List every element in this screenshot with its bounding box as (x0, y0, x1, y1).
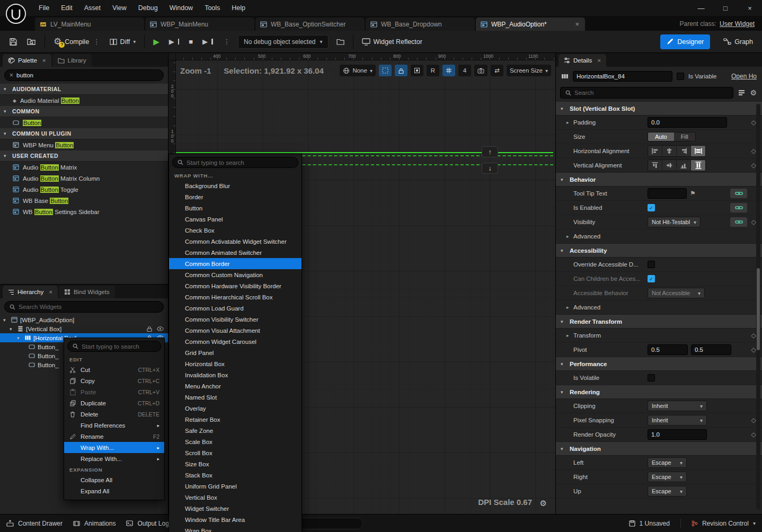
graph-mode-button[interactable]: Graph (720, 34, 757, 50)
details-settings-icon[interactable]: ⚙ (750, 88, 757, 97)
frame-skip-button[interactable]: ▶ (165, 34, 183, 50)
wrap-option[interactable]: Retainer Box (169, 414, 302, 425)
widget-name-input[interactable] (573, 71, 672, 82)
animations-button[interactable]: Animations (73, 520, 116, 527)
details-scrollbar-track[interactable] (756, 104, 760, 510)
stop-button[interactable]: ■ (185, 34, 197, 50)
section-slot[interactable]: ▾Slot (Vertical Box Slot) (556, 102, 762, 116)
section-behavior[interactable]: ▾Behavior (556, 173, 762, 187)
wrap-option[interactable]: Safe Zone (169, 425, 302, 436)
minimize-button[interactable]: — (689, 0, 713, 16)
context-menu-cut[interactable]: Cut CTRL+X (64, 364, 164, 375)
dpi-settings-icon[interactable]: ⚙ (540, 499, 547, 508)
section-rendering[interactable]: ▾Rendering (556, 385, 762, 399)
lock-icon[interactable] (147, 326, 152, 332)
wrap-option[interactable]: Size Box (169, 458, 302, 469)
marquee-select-button[interactable] (379, 65, 392, 76)
wrap-option[interactable]: Canvas Panel (169, 214, 302, 225)
valign-top-button[interactable] (648, 160, 662, 171)
compile-button[interactable]: ⚙? Compile ⋮ (50, 34, 104, 50)
tab-bind-widgets[interactable]: Bind Widgets (59, 286, 115, 298)
padding-input[interactable] (648, 117, 727, 128)
close-window-button[interactable]: × (738, 0, 762, 16)
output-log-button[interactable]: Output Log (126, 520, 169, 527)
menu-tools[interactable]: Tools (199, 0, 226, 16)
clear-search-icon[interactable]: × (10, 72, 13, 79)
wrap-option[interactable]: Common Visual Attachment (169, 325, 302, 336)
wrap-option[interactable]: Window Title Bar Area (169, 514, 302, 525)
screenshot-button[interactable] (474, 65, 488, 76)
wrap-option[interactable]: Overlay (169, 403, 302, 414)
size-fill-button[interactable]: Fill (674, 132, 695, 141)
context-menu-wrap-with[interactable]: Wrap With... ▸ (64, 442, 164, 453)
close-panel-icon[interactable]: × (597, 57, 601, 64)
context-menu-paste[interactable]: Paste CTRL+V (64, 386, 164, 397)
section-performance[interactable]: ▾Performance (556, 357, 762, 371)
localization-flag-icon[interactable]: ⚑ (690, 190, 696, 197)
hierarchy-row-root[interactable]: ▾ [WBP_AudioOption] (0, 315, 168, 324)
row-behavior-advanced[interactable]: ▸ Advanced (556, 229, 762, 244)
close-panel-icon[interactable]: × (42, 57, 46, 64)
halign-fill-button[interactable] (691, 146, 705, 156)
asset-tab-wb-base-dropdown[interactable]: WB_Base_Dropdown (366, 17, 475, 31)
valign-fill-button[interactable] (691, 160, 705, 171)
wrap-option[interactable]: Common Custom Navigation (169, 269, 302, 280)
asset-tab-wbp-mainmenu[interactable]: WBP_MainMenu (145, 17, 254, 31)
wrap-option[interactable]: Menu Anchor (169, 380, 302, 392)
wrap-option[interactable]: Common Widget Carousel (169, 336, 302, 347)
wrap-option[interactable]: Horizontal Box (169, 358, 302, 369)
wrap-option[interactable]: Wrap Box (169, 525, 302, 532)
compile-options-icon[interactable]: ⋮ (93, 38, 100, 46)
hierarchy-row-vertical-box[interactable]: ▾ [Vertical Box] (0, 324, 168, 333)
halign-center-button[interactable] (662, 146, 677, 156)
display-filter-icon[interactable] (738, 90, 745, 96)
wrap-option[interactable]: Uniform Grid Panel (169, 481, 302, 492)
nav-up-dropdown[interactable]: Escape ▾ (648, 486, 687, 496)
section-render-transform[interactable]: ▾Render Transform (556, 315, 762, 329)
wrap-option[interactable]: Grid Panel (169, 347, 302, 358)
wrap-option[interactable]: Widget Switcher (169, 503, 302, 514)
chevron-down-icon[interactable]: ▾ (10, 326, 15, 332)
chevron-down-icon[interactable]: ▾ (3, 317, 8, 323)
palette-section-common-ui-plugin[interactable]: ▾COMMON UI PLUGIN (0, 128, 168, 139)
context-menu-collapse-all[interactable]: Collapse All (64, 474, 164, 485)
can-children-checkbox[interactable]: ✓ (648, 275, 655, 282)
context-menu-duplicate[interactable]: Duplicate CTRL+D (64, 397, 164, 409)
play-button[interactable]: ▶ (149, 34, 163, 50)
palette-section-audiomaterial[interactable]: ▾AUDIOMATERIAL (0, 84, 168, 95)
wrap-option[interactable]: Common Hierarchical Scroll Box (169, 291, 302, 303)
hierarchy-search-input[interactable] (19, 304, 158, 310)
content-drawer-button[interactable]: Content Drawer (6, 520, 63, 527)
render-opacity-input[interactable] (648, 429, 707, 440)
context-menu-copy[interactable]: Copy CTRL+C (64, 375, 164, 386)
accessible-behavior-dropdown[interactable]: Not Accessible ▾ (648, 288, 705, 298)
wrap-option[interactable]: Scroll Box (169, 447, 302, 458)
bind-visibility-button[interactable] (730, 217, 747, 227)
palette-section-common[interactable]: ▾COMMON (0, 106, 168, 117)
context-menu-expand-all[interactable]: Expand All (64, 485, 164, 496)
menu-debug[interactable]: Debug (132, 0, 164, 16)
row-accessibility-advanced[interactable]: ▸ Advanced (556, 300, 762, 315)
visibility-dropdown[interactable]: Not Hit-Testabl ▾ (648, 217, 701, 227)
is-enabled-checkbox[interactable]: ✓ (648, 204, 655, 211)
wrap-menu-search-input[interactable] (187, 159, 293, 166)
context-menu-search-input[interactable] (82, 343, 156, 350)
is-variable-checkbox[interactable] (677, 73, 684, 80)
palette-search-input[interactable] (16, 72, 158, 78)
menu-view[interactable]: View (107, 0, 132, 16)
palette-item-wb-button-settings-sidebar[interactable]: WB Button Settings Sidebar (0, 206, 168, 217)
wrap-option[interactable]: Border (169, 191, 302, 202)
move-widget-up-button[interactable]: ↑ (482, 146, 498, 157)
palette-item-audio-button-matrix[interactable]: Audio Button Matrix (0, 162, 168, 173)
wrap-option[interactable]: Button (169, 202, 302, 214)
clipping-dropdown[interactable]: Inherit ▾ (648, 401, 707, 411)
context-menu-rename[interactable]: Rename F2 (64, 431, 164, 442)
nav-left-dropdown[interactable]: Escape ▾ (648, 457, 687, 468)
lock-widget-button[interactable] (395, 65, 407, 76)
halign-left-button[interactable] (648, 146, 662, 156)
wrap-option[interactable]: Check Box (169, 225, 302, 236)
eye-icon[interactable] (157, 326, 164, 331)
anchor-dropdown[interactable]: None ▾ (340, 65, 376, 76)
tab-library[interactable]: Library (52, 54, 92, 67)
details-search-input[interactable] (574, 90, 728, 96)
